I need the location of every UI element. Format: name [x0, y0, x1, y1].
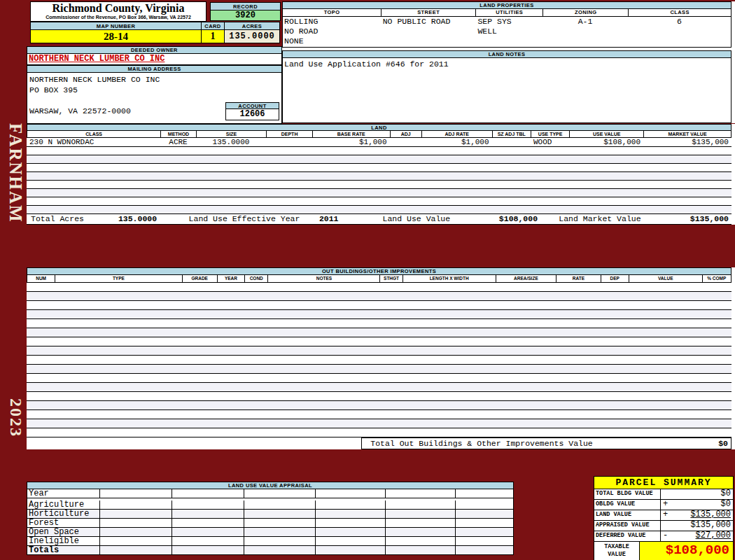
land-market-value-total: $135,000: [690, 214, 729, 224]
land-sz-adj-tbl: [492, 138, 531, 146]
land-empty-row: [27, 155, 732, 164]
taxable-value-amount: $108,000: [640, 542, 734, 560]
owner-panel: DEEDED OWNER NORTHERN NECK LUMBER CO INC…: [27, 46, 282, 124]
out-buildings-total-label: Total Out Buildings & Other Improvements…: [362, 438, 592, 449]
out-buildings-column-headers: NUMTYPE GRADEYEAR CONDNOTES STHGTLENGTH …: [27, 275, 732, 283]
out-buildings-empty-row: [27, 283, 732, 292]
col-class: CLASS: [628, 9, 732, 17]
land-properties-values: ROLLING NO ROAD NONE NO PUBLIC ROAD SEP …: [282, 17, 732, 48]
land-title: LAND: [27, 124, 732, 131]
county-title: Richmond County, Virginia: [31, 2, 206, 15]
col-zoning: ZONING: [542, 9, 628, 17]
col-street: STREET: [381, 9, 475, 17]
taxable-value-label: TAXABLE VALUE: [594, 542, 640, 560]
land-use-value-total: $108,000: [442, 214, 538, 224]
mailing-address: NORTHERN NECK LUMBER CO INC PO BOX 395 W…: [27, 73, 282, 124]
summary-row-deferred: DEFERRED VALUE -$27,000: [594, 531, 734, 542]
commissioner-address: Commissioner of the Revenue, PO Box 366,…: [31, 15, 206, 20]
appraisal-row-year: Year: [27, 489, 514, 498]
land-use-appraisal-table: LAND USE VALUE APPRAISAL Year Agricultur…: [27, 482, 514, 555]
out-buildings-empty-row: [27, 310, 732, 319]
land-empty-row: [27, 147, 732, 155]
appraisal-row-forest: Forest: [27, 519, 514, 528]
summary-row-land-value: LAND VALUE +$135,000: [594, 510, 734, 521]
summary-row-taxable: TAXABLE VALUE $108,000: [594, 542, 734, 560]
parcel-summary: PARCEL SUMMARY TOTAL BLDG VALUE $0 OBLDG…: [594, 476, 734, 560]
out-buildings-empty-row: [27, 337, 732, 346]
effective-year-label: Land Use Effective Year: [189, 214, 300, 224]
land-empty-row: [27, 197, 732, 206]
land-use-type: WOOD: [531, 138, 569, 146]
land-empty-row: [27, 189, 732, 197]
land-properties-panel: LAND PROPERTIES TOPO STREET UTILITIES ZO…: [282, 1, 735, 123]
map-card-acres: MAP NUMBER CARD ACRES 28-14 1 135.0000: [30, 22, 280, 43]
land-notes-title: LAND NOTES: [282, 50, 732, 58]
out-buildings-empty-row: [27, 346, 732, 356]
class-value: 6: [628, 17, 731, 27]
account-box: ACCOUNT 12606: [225, 102, 279, 120]
appraisal-row-agriculture: Agriculture: [27, 500, 514, 510]
out-buildings-empty-row: [27, 301, 732, 310]
bottom-section: LAND USE VALUE APPRAISAL Year Agricultur…: [27, 476, 735, 560]
out-buildings-title: OUT BUILDINGS/OTHER IMPROVEMENTS: [27, 267, 732, 275]
out-buildings-empty-row: [27, 319, 732, 328]
map-number-label: MAP NUMBER: [30, 22, 201, 30]
zoning-value: A-1: [542, 17, 628, 27]
parcel-summary-title: PARCEL SUMMARY: [594, 476, 734, 489]
out-buildings-empty-row: [27, 356, 732, 365]
county-header: Richmond County, Virginia Commissioner o…: [30, 1, 206, 22]
land-empty-row: [27, 164, 732, 172]
card-label: CARD: [201, 22, 224, 30]
land-empty-row: [27, 172, 732, 181]
summary-row-appraised: APPRAISED VALUE $135,000: [594, 521, 734, 531]
land-use-value: $108,000: [569, 138, 643, 146]
out-buildings-empty-row: [27, 383, 732, 392]
card-value: 1: [201, 30, 224, 43]
top-section: Richmond County, Virginia Commissioner o…: [27, 0, 735, 124]
summary-row-obldg: OBLDG VALUE +$0: [594, 500, 734, 510]
land-method: ACRE: [160, 138, 195, 146]
account-label: ACCOUNT: [225, 102, 279, 109]
land-market-value-label: Land Market Value: [559, 214, 640, 224]
appraisal-row-totals: Totals: [27, 546, 514, 555]
land-class: 230 N WDNORDAC: [27, 138, 160, 146]
total-acres-label: Total Acres: [31, 214, 84, 224]
map-number-value: 28-14: [30, 30, 201, 43]
land-notes-body: Land Use Application #646 for 2011: [282, 58, 732, 123]
land-empty-row: [27, 206, 732, 214]
total-acres-value: 135.0000: [118, 214, 157, 224]
effective-year-value: 2011: [319, 214, 339, 224]
land-adj-rate: $1,000: [421, 138, 492, 146]
out-buildings-empty-row: [27, 428, 732, 438]
tax-year-sidebar-label: 2023: [1, 391, 25, 445]
land-depth: [266, 138, 312, 146]
account-value: 12606: [225, 109, 279, 120]
property-record-card: FARNHAM 2023 Richmond County, Virginia C…: [0, 0, 735, 560]
utilities-values: SEP SYS WELL: [477, 17, 511, 36]
land-empty-row: [27, 181, 732, 189]
mailing-line: PO BOX 395: [29, 85, 281, 95]
col-utilities: UTILITIES: [475, 9, 542, 17]
land-column-headers: CLASSMETHOD SIZEDEPTH BASE RATEADJ ADJ R…: [27, 131, 732, 138]
land-data-row: 230 N WDNORDAC ACRE 135.0000 $1,000 $1,0…: [27, 138, 732, 147]
deeded-owner-name: NORTHERN NECK LUMBER CO INC: [27, 54, 282, 65]
mailing-address-label: MAILING ADDRESS: [27, 65, 282, 73]
out-buildings-empty-rows: [27, 283, 732, 438]
land-totals-row: Total Acres 135.0000 Land Use Effective …: [27, 214, 732, 225]
appraisal-row-open-space: Open Space: [27, 528, 514, 537]
acres-value: 135.0000: [224, 30, 280, 43]
out-buildings-section: OUT BUILDINGS/OTHER IMPROVEMENTS NUMTYPE…: [27, 267, 735, 449]
street-value: NO PUBLIC ROAD: [383, 17, 451, 27]
land-market-value: $135,000: [643, 138, 732, 146]
land-adj: [390, 138, 421, 146]
out-buildings-total-row: Total Out Buildings & Other Improvements…: [27, 438, 732, 449]
out-buildings-empty-row: [27, 392, 732, 401]
out-buildings-empty-row: [27, 374, 732, 383]
deeded-owner-label: DEEDED OWNER: [27, 46, 282, 54]
land-properties-title: LAND PROPERTIES: [282, 1, 732, 9]
out-buildings-empty-row: [27, 419, 732, 428]
appraisal-row-horticulture: Horticulture: [27, 510, 514, 519]
record-label: RECORD: [210, 2, 281, 10]
out-buildings-empty-row: [27, 292, 732, 301]
district-sidebar-label: FARNHAM: [1, 123, 25, 223]
